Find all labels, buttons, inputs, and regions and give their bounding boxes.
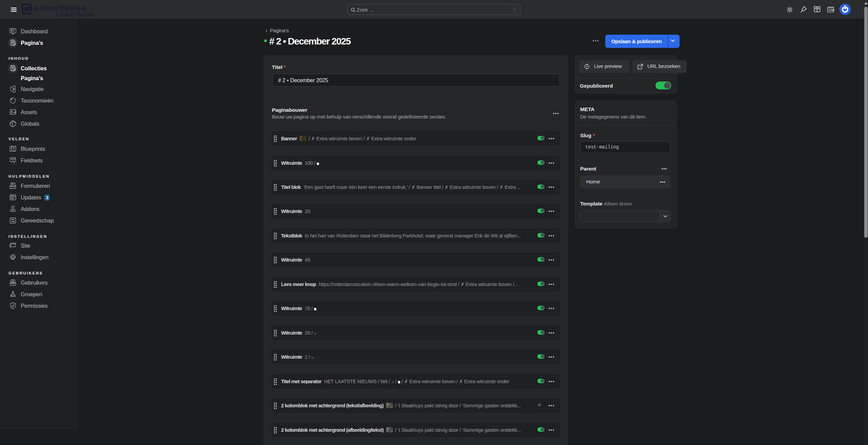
svg-text:Creatief Bureau: Creatief Bureau	[55, 11, 94, 18]
svg-text:.COM: .COM	[828, 9, 834, 11]
